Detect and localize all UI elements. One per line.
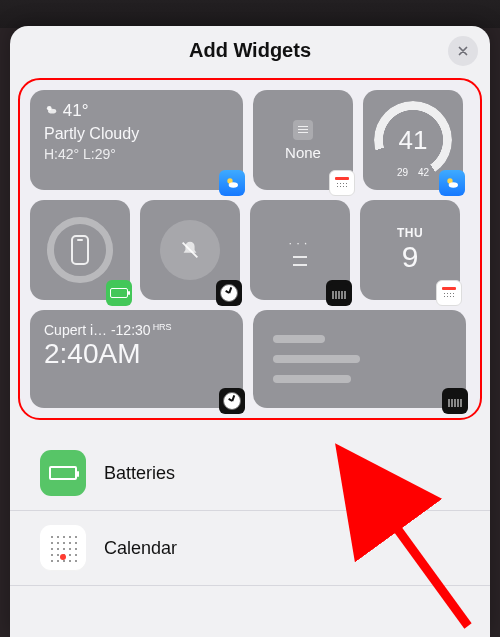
clock-offset-unit: HRS — [153, 322, 172, 332]
calendar-empty-icon — [293, 120, 313, 140]
list-item-calendar[interactable]: Calendar — [10, 511, 490, 586]
widget-stocks-small[interactable]: ··· — [250, 200, 350, 300]
weather-app-badge — [439, 170, 465, 196]
list-item-label: Calendar — [104, 538, 177, 559]
batteries-app-icon — [40, 450, 86, 496]
clock-time: 2:40AM — [44, 338, 229, 370]
stocks-app-badge — [326, 280, 352, 306]
widget-stocks-large[interactable] — [253, 310, 466, 408]
sheet-header: Add Widgets — [10, 26, 490, 74]
widget-calendar-empty[interactable]: None — [253, 90, 353, 190]
widget-calendar-date[interactable]: THU 9 — [360, 200, 460, 300]
svg-point-1 — [48, 109, 56, 114]
calendar-app-badge — [329, 170, 355, 196]
add-widgets-sheet: Add Widgets 41° Partly Cloudy — [10, 26, 490, 637]
clock-app-icon — [223, 392, 241, 410]
weather-app-badge — [219, 170, 245, 196]
list-item-batteries[interactable]: Batteries — [10, 436, 490, 511]
stocks-app-badge — [442, 388, 468, 414]
widget-grid: 41° Partly Cloudy H:42° L:29° None — [30, 90, 470, 408]
svg-point-5 — [449, 182, 458, 187]
clock-city: Cupert i… — [44, 322, 107, 338]
sheet-title: Add Widgets — [189, 39, 311, 62]
weather-temp: 41° — [63, 101, 89, 120]
calendar-daynum: 9 — [402, 240, 419, 274]
svg-point-3 — [229, 182, 238, 187]
stocks-app-icon — [446, 392, 464, 410]
calendar-dow: THU — [397, 226, 423, 240]
stocks-bar-icon — [273, 335, 325, 343]
widget-world-clock[interactable]: Cupert i… -12:30HRS 2:40AM — [30, 310, 243, 408]
calendar-app-icon — [40, 525, 86, 571]
widget-weather[interactable]: 41° Partly Cloudy H:42° L:29° — [30, 90, 243, 190]
weather-app-icon — [224, 175, 240, 191]
gauge-value: 41 — [399, 125, 428, 156]
battery-icon — [49, 466, 77, 480]
stocks-placeholder-icon: ··· — [289, 235, 312, 250]
gauge-high: 42 — [418, 167, 429, 178]
widget-app-list[interactable]: Batteries Calendar — [10, 432, 490, 586]
bell-slash-icon — [179, 239, 201, 261]
widget-clock-alarm[interactable] — [140, 200, 240, 300]
weather-partly-cloudy-icon — [44, 103, 58, 117]
batteries-app-badge — [106, 280, 132, 306]
calendar-empty-label: None — [285, 144, 321, 161]
calendar-app-icon — [333, 175, 351, 191]
battery-icon — [110, 288, 128, 298]
calendar-app-icon — [440, 285, 458, 301]
widget-weather-gauge[interactable]: 41 29 42 — [363, 90, 463, 190]
clock-offset: -12:30 — [111, 322, 151, 338]
widget-batteries[interactable] — [30, 200, 130, 300]
weather-hilow: H:42° L:29° — [44, 145, 229, 164]
clock-app-badge — [216, 280, 242, 306]
stocks-bar-icon — [273, 355, 360, 363]
close-button[interactable] — [448, 36, 478, 66]
list-item-label: Batteries — [104, 463, 175, 484]
phone-icon — [71, 235, 89, 265]
weather-condition: Partly Cloudy — [44, 123, 229, 145]
stocks-bar-icon — [273, 375, 351, 383]
clock-app-icon — [220, 284, 238, 302]
close-icon — [456, 44, 470, 58]
clock-app-badge — [219, 388, 245, 414]
stocks-app-icon — [330, 284, 348, 302]
weather-app-icon — [444, 175, 460, 191]
gauge-low: 29 — [397, 167, 408, 178]
calendar-app-badge — [436, 280, 462, 306]
battery-ring-icon — [47, 217, 113, 283]
featured-widgets-section: 41° Partly Cloudy H:42° L:29° None — [18, 78, 482, 420]
device-status-bar — [0, 0, 500, 28]
